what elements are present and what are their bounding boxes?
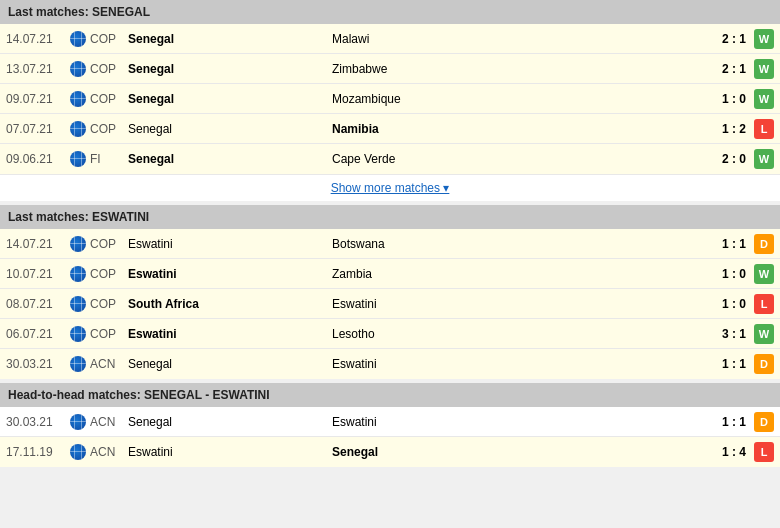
away-team: Cape Verde	[328, 152, 714, 166]
table-row: 30.03.21 ACN Senegal Eswatini 1 : 1 D	[0, 349, 780, 379]
table-row: 30.03.21 ACN Senegal Eswatini 1 : 1 D	[0, 407, 780, 437]
away-team: Malawi	[328, 32, 714, 46]
match-date: 10.07.21	[6, 267, 66, 281]
competition-label: COP	[90, 92, 128, 106]
home-team: Senegal	[128, 32, 328, 46]
table-row: 08.07.21 COP South Africa Eswatini 1 : 0…	[0, 289, 780, 319]
match-date: 14.07.21	[6, 237, 66, 251]
result-badge: W	[754, 29, 774, 49]
match-score: 2 : 0	[714, 152, 754, 166]
match-date: 17.11.19	[6, 445, 66, 459]
table-row: 14.07.21 COP Senegal Malawi 2 : 1 W	[0, 24, 780, 54]
home-team: Senegal	[128, 152, 328, 166]
competition-label: ACN	[90, 445, 128, 459]
competition-label: COP	[90, 62, 128, 76]
home-team: Senegal	[128, 122, 328, 136]
flag-icon	[66, 236, 90, 252]
away-team: Namibia	[328, 122, 714, 136]
home-team: Senegal	[128, 92, 328, 106]
match-score: 3 : 1	[714, 327, 754, 341]
flag-icon	[66, 444, 90, 460]
eswatini-section-header: Last matches: ESWATINI	[0, 205, 780, 229]
home-team: Eswatini	[128, 445, 328, 459]
competition-label: COP	[90, 267, 128, 281]
result-badge: L	[754, 442, 774, 462]
away-team: Zimbabwe	[328, 62, 714, 76]
h2h-section: Head-to-head matches: SENEGAL - ESWATINI…	[0, 383, 780, 467]
match-date: 09.06.21	[6, 152, 66, 166]
h2h-matches-container: 30.03.21 ACN Senegal Eswatini 1 : 1 D 17…	[0, 407, 780, 467]
away-team: Eswatini	[328, 415, 714, 429]
home-team: Senegal	[128, 62, 328, 76]
away-team: Zambia	[328, 267, 714, 281]
competition-label: COP	[90, 237, 128, 251]
flag-icon	[66, 121, 90, 137]
match-score: 1 : 0	[714, 297, 754, 311]
match-date: 30.03.21	[6, 415, 66, 429]
match-date: 30.03.21	[6, 357, 66, 371]
flag-icon	[66, 91, 90, 107]
result-badge: W	[754, 149, 774, 169]
competition-label: FI	[90, 152, 128, 166]
away-team: Mozambique	[328, 92, 714, 106]
h2h-section-header: Head-to-head matches: SENEGAL - ESWATINI	[0, 383, 780, 407]
match-date: 08.07.21	[6, 297, 66, 311]
match-score: 1 : 4	[714, 445, 754, 459]
flag-icon	[66, 326, 90, 342]
result-badge: W	[754, 59, 774, 79]
away-team: Eswatini	[328, 297, 714, 311]
result-badge: W	[754, 264, 774, 284]
away-team: Senegal	[328, 445, 714, 459]
match-score: 1 : 1	[714, 415, 754, 429]
senegal-matches-container: 14.07.21 COP Senegal Malawi 2 : 1 W 13.0…	[0, 24, 780, 174]
flag-icon	[66, 31, 90, 47]
result-badge: L	[754, 119, 774, 139]
match-score: 1 : 0	[714, 267, 754, 281]
eswatini-matches-container: 14.07.21 COP Eswatini Botswana 1 : 1 D 1…	[0, 229, 780, 379]
result-badge: D	[754, 234, 774, 254]
match-date: 13.07.21	[6, 62, 66, 76]
match-date: 09.07.21	[6, 92, 66, 106]
table-row: 09.06.21 FI Senegal Cape Verde 2 : 0 W	[0, 144, 780, 174]
flag-icon	[66, 266, 90, 282]
table-row: 07.07.21 COP Senegal Namibia 1 : 2 L	[0, 114, 780, 144]
table-row: 10.07.21 COP Eswatini Zambia 1 : 0 W	[0, 259, 780, 289]
match-score: 2 : 1	[714, 62, 754, 76]
senegal-section: Last matches: SENEGAL 14.07.21 COP Seneg…	[0, 0, 780, 201]
flag-icon	[66, 61, 90, 77]
eswatini-section: Last matches: ESWATINI 14.07.21 COP Eswa…	[0, 205, 780, 379]
show-more-link[interactable]: Show more matches ▾	[331, 181, 450, 195]
competition-label: COP	[90, 122, 128, 136]
match-date: 14.07.21	[6, 32, 66, 46]
senegal-section-header: Last matches: SENEGAL	[0, 0, 780, 24]
competition-label: ACN	[90, 357, 128, 371]
match-score: 1 : 2	[714, 122, 754, 136]
competition-label: COP	[90, 327, 128, 341]
table-row: 13.07.21 COP Senegal Zimbabwe 2 : 1 W	[0, 54, 780, 84]
home-team: Senegal	[128, 415, 328, 429]
competition-label: COP	[90, 32, 128, 46]
match-date: 07.07.21	[6, 122, 66, 136]
home-team: Eswatini	[128, 237, 328, 251]
home-team: Eswatini	[128, 327, 328, 341]
flag-icon	[66, 356, 90, 372]
result-badge: D	[754, 412, 774, 432]
result-badge: W	[754, 324, 774, 344]
home-team: South Africa	[128, 297, 328, 311]
result-badge: D	[754, 354, 774, 374]
table-row: 06.07.21 COP Eswatini Lesotho 3 : 1 W	[0, 319, 780, 349]
competition-label: ACN	[90, 415, 128, 429]
match-score: 2 : 1	[714, 32, 754, 46]
show-more-container: Show more matches ▾	[0, 174, 780, 201]
match-date: 06.07.21	[6, 327, 66, 341]
flag-icon	[66, 151, 90, 167]
away-team: Eswatini	[328, 357, 714, 371]
table-row: 17.11.19 ACN Eswatini Senegal 1 : 4 L	[0, 437, 780, 467]
result-badge: W	[754, 89, 774, 109]
flag-icon	[66, 296, 90, 312]
away-team: Botswana	[328, 237, 714, 251]
table-row: 09.07.21 COP Senegal Mozambique 1 : 0 W	[0, 84, 780, 114]
flag-icon	[66, 414, 90, 430]
home-team: Senegal	[128, 357, 328, 371]
away-team: Lesotho	[328, 327, 714, 341]
